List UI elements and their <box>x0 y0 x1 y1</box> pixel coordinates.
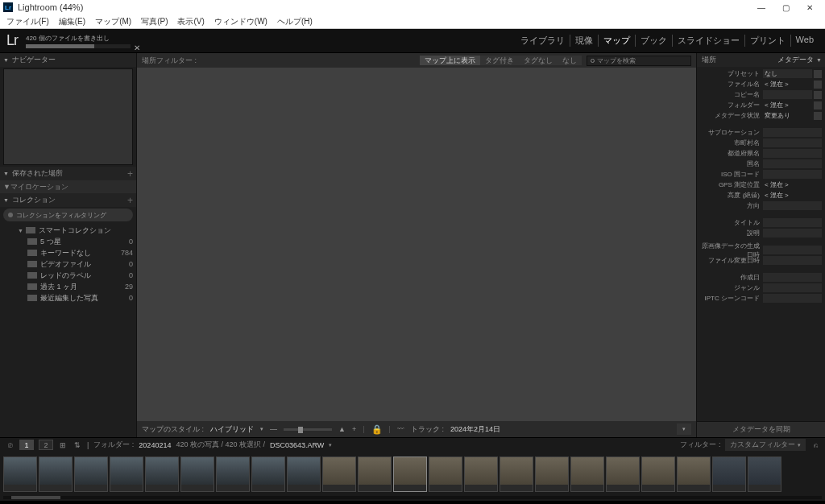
collection-item[interactable]: 最近編集した写真0 <box>0 292 136 304</box>
metadata-row[interactable]: GPS 測定位置< 混在 > <box>700 180 822 190</box>
filter-0[interactable]: マップ上に表示 <box>420 56 480 65</box>
action-icon[interactable] <box>814 101 822 109</box>
metadata-row[interactable]: ファイル名< 混在 > <box>700 79 822 89</box>
maximize-button[interactable]: ▢ <box>773 0 798 14</box>
module-Web[interactable]: Web <box>791 35 819 47</box>
collection-item[interactable]: レッドのラベル0 <box>0 270 136 281</box>
metadata-row[interactable]: 国名 <box>700 159 822 169</box>
thumbnail[interactable] <box>677 456 711 492</box>
thumbnail[interactable] <box>3 456 37 492</box>
sort-icon[interactable]: ⇅ <box>73 440 82 450</box>
metadata-row[interactable]: 都道府県名 <box>700 148 822 159</box>
thumbnail[interactable] <box>358 456 392 492</box>
grid-icon[interactable]: ⊞ <box>58 440 68 450</box>
my-location-row[interactable]: ▼ マイロケーション <box>0 180 136 193</box>
secondary-display-icon[interactable]: ⎚ <box>5 440 15 450</box>
preset-value[interactable]: なし <box>763 69 812 78</box>
metadata-row[interactable]: ジャンル <box>700 283 822 293</box>
meta-value[interactable]: < 混在 > <box>763 80 812 89</box>
zoom-slider[interactable] <box>284 428 332 431</box>
thumbnail[interactable] <box>641 456 675 492</box>
action-icon[interactable] <box>814 81 822 89</box>
module-現像[interactable]: 現像 <box>570 35 599 47</box>
chevron-down-icon[interactable]: ▾ <box>329 442 332 448</box>
meta-value[interactable]: 変更あり <box>763 111 812 120</box>
zoom-in-icon[interactable]: ▲ <box>338 425 346 433</box>
navigator-header[interactable]: ▼ ナビゲーター <box>0 53 136 67</box>
meta-value[interactable] <box>763 159 822 168</box>
meta-value[interactable] <box>763 273 822 282</box>
collection-item[interactable]: ビデオファイル0 <box>0 258 136 270</box>
meta-value[interactable] <box>763 256 822 265</box>
menu-view[interactable]: 表示(V) <box>172 16 209 27</box>
close-button[interactable]: ✕ <box>798 0 822 14</box>
metadata-row[interactable]: ファイル変更日時 <box>700 255 822 266</box>
view-mode-2[interactable]: 2 <box>39 440 53 450</box>
folder-name[interactable]: 20240214 <box>139 441 171 449</box>
action-icon[interactable] <box>814 112 822 120</box>
filter-lock-icon[interactable]: ⎌ <box>810 440 820 450</box>
meta-value[interactable] <box>763 128 822 137</box>
menu-photo[interactable]: 写真(P) <box>136 16 172 27</box>
thumbnail[interactable] <box>322 456 356 492</box>
collection-item[interactable]: 5 つ星0 <box>0 236 136 247</box>
metadata-row[interactable]: 市町村名 <box>700 138 822 148</box>
thumbnail[interactable] <box>74 456 108 492</box>
metadata-row[interactable]: メタデータ状況変更あり <box>700 110 822 121</box>
sync-metadata-button[interactable]: メタデータを同期 <box>697 421 825 437</box>
metadata-row[interactable]: ISO 国コード <box>700 169 822 180</box>
dropdown-icon[interactable] <box>814 70 822 78</box>
meta-value[interactable] <box>763 294 822 303</box>
metadata-row[interactable]: タイトル <box>700 217 822 228</box>
metadata-row[interactable]: サブロケーション <box>700 127 822 138</box>
chevron-down-icon[interactable]: ▾ <box>260 426 263 432</box>
meta-value[interactable] <box>763 90 812 99</box>
metadata-row[interactable]: 高度 (絶値)< 混在 > <box>700 190 822 200</box>
action-icon[interactable] <box>814 91 822 99</box>
smart-collection-folder[interactable]: ▼ スマートコレクション <box>0 225 136 236</box>
thumbnail[interactable] <box>39 456 73 492</box>
thumbnail[interactable] <box>145 456 179 492</box>
collection-item[interactable]: キーワードなし784 <box>0 247 136 258</box>
preset-row[interactable]: プリセット なし <box>700 68 822 79</box>
navigator-preview[interactable] <box>3 68 133 165</box>
meta-value[interactable]: < 混在 > <box>763 101 812 109</box>
filter-1[interactable]: タグ付き <box>480 56 519 65</box>
module-ブック[interactable]: ブック <box>636 35 673 47</box>
metadata-row[interactable]: コピー名 <box>700 89 822 100</box>
menu-help[interactable]: ヘルプ(H) <box>272 16 317 27</box>
lock-icon[interactable]: 🔒 <box>371 424 383 435</box>
meta-value[interactable]: < 混在 > <box>763 191 822 200</box>
metadata-row[interactable]: 作成日 <box>700 272 822 283</box>
collections-header[interactable]: ▼ コレクション + <box>0 193 136 207</box>
thumbnail[interactable] <box>429 456 462 492</box>
meta-value[interactable] <box>763 201 822 210</box>
map-search[interactable]: マップを検索 <box>587 56 691 66</box>
meta-value[interactable] <box>763 170 822 179</box>
thumbnail[interactable] <box>712 456 746 492</box>
filter-3[interactable]: なし <box>558 56 582 65</box>
menu-edit[interactable]: 編集(E) <box>54 16 90 27</box>
meta-value[interactable]: < 混在 > <box>763 180 822 189</box>
module-スライドショー[interactable]: スライドショー <box>673 35 745 47</box>
filter-2[interactable]: タグなし <box>519 56 558 65</box>
view-mode-1[interactable]: 1 <box>19 440 34 450</box>
module-プリント[interactable]: プリント <box>745 35 791 47</box>
metadata-header[interactable]: 場所 メタデータ ▼ <box>697 53 825 67</box>
collection-filter[interactable]: コレクションをフィルタリング <box>3 209 133 221</box>
thumbnail[interactable] <box>180 456 214 492</box>
metadata-row[interactable]: 方向 <box>700 200 822 211</box>
meta-value[interactable] <box>763 149 822 158</box>
toolbar-dropdown[interactable]: ▾ <box>677 423 691 435</box>
thumbnail[interactable] <box>393 456 427 492</box>
minimize-button[interactable]: — <box>749 0 773 14</box>
thumbnail[interactable] <box>110 456 143 492</box>
thumbnail[interactable] <box>287 456 321 492</box>
add-icon[interactable]: + <box>127 168 133 180</box>
thumbnail[interactable] <box>500 456 533 492</box>
map-view[interactable] <box>137 68 696 421</box>
meta-value[interactable] <box>763 229 822 238</box>
collection-item[interactable]: 過去 1 ヶ月29 <box>0 281 136 292</box>
meta-value[interactable] <box>763 138 822 147</box>
meta-value[interactable] <box>763 246 822 254</box>
